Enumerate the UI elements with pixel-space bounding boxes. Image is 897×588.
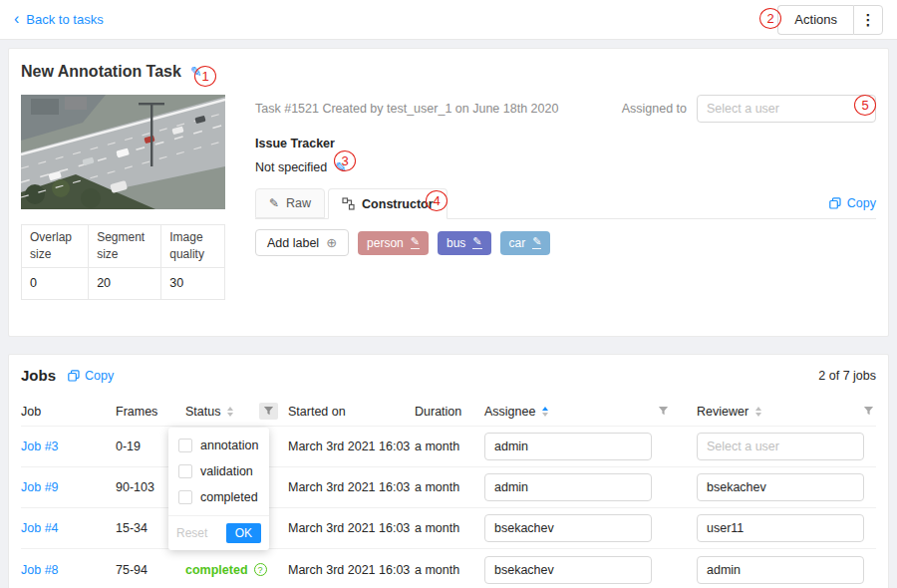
started-cell: March 3rd 2021 16:03 — [288, 563, 415, 577]
column-label: Reviewer — [697, 405, 748, 419]
plus-circle-icon: ⊕ — [326, 236, 337, 249]
param-value-quality: 30 — [161, 267, 225, 299]
column-header-assignee[interactable]: Assignee — [484, 405, 697, 419]
jobs-title: Jobs — [21, 367, 56, 384]
actions-menu-button[interactable]: ⋮ — [853, 5, 883, 35]
assignee-input[interactable] — [484, 514, 652, 542]
label-tag-bus[interactable]: bus ✎ — [438, 231, 491, 255]
annotation-marker-5: 5 — [854, 95, 876, 116]
started-cell: March 3rd 2021 16:03 — [288, 440, 415, 453]
labels-constructor-area: Add label ⊕ person ✎ bus ✎ car ✎ — [255, 229, 876, 256]
cvat-task-page: ‹ Back to tasks Actions ⋮ New Annotation… — [0, 0, 897, 588]
status-filter-dropdown: annotation validation completed Reset OK — [168, 428, 269, 550]
tab-constructor-label: Constructor — [362, 197, 434, 211]
param-header-quality: Image quality — [161, 225, 225, 268]
more-options-icon: ⋮ — [861, 11, 876, 29]
add-label-button[interactable]: Add label ⊕ — [255, 229, 349, 256]
reviewer-input[interactable] — [697, 556, 864, 584]
filter-option-label: completed — [200, 490, 258, 504]
column-label: Status — [185, 405, 220, 419]
reviewer-filter-icon[interactable] — [863, 406, 874, 417]
back-to-tasks-link[interactable]: ‹ Back to tasks — [14, 12, 104, 28]
column-label: Job — [21, 405, 41, 419]
assigned-to-group: Assigned to — [622, 95, 876, 123]
filter-option-annotation[interactable]: annotation — [168, 433, 269, 458]
label-tag-car[interactable]: car ✎ — [500, 231, 551, 255]
param-header-overlap: Overlap size — [22, 225, 89, 268]
started-cell: March 3rd 2021 16:03 — [288, 480, 415, 494]
task-assignee-input[interactable] — [697, 95, 876, 123]
job-link[interactable]: Job #8 — [21, 563, 59, 577]
param-header-segment: Segment size — [89, 225, 161, 268]
filter-option-validation[interactable]: validation — [168, 458, 269, 484]
status-filter-icon[interactable] — [259, 403, 278, 420]
task-params-table: Overlap size Segment size Image quality … — [21, 224, 225, 300]
copy-jobs-button[interactable]: Copy — [68, 369, 114, 383]
reviewer-input[interactable] — [697, 473, 864, 501]
column-label: Frames — [116, 405, 157, 419]
task-preview-image — [21, 95, 225, 209]
duration-cell: a month — [415, 480, 484, 494]
label-name: person — [367, 236, 404, 250]
reviewer-input[interactable] — [697, 433, 864, 460]
table-row: Job #9 90-103 March 3rd 2021 16:03 a mon… — [21, 467, 876, 508]
table-row: Job #3 0-19 March 3rd 2021 16:03 a month — [21, 427, 876, 467]
job-link[interactable]: Job #9 — [21, 480, 59, 494]
status-cell: completed ? — [185, 563, 288, 577]
task-meta-row: Task #1521 Created by test_user_1 on Jun… — [255, 95, 876, 123]
column-header-status[interactable]: Status — [185, 403, 288, 420]
frames-cell: 75-94 — [116, 563, 185, 577]
assignee-input[interactable] — [484, 433, 652, 460]
jobs-header: Jobs Copy 2 of 7 jobs — [21, 367, 876, 384]
task-title-row: New Annotation Task ✎ — [21, 63, 202, 81]
label-tag-person[interactable]: person ✎ — [358, 231, 429, 255]
checkbox[interactable] — [178, 464, 192, 478]
copy-icon — [829, 197, 841, 209]
assignee-input[interactable] — [484, 556, 652, 584]
sort-carets-icon[interactable] — [227, 407, 233, 417]
filter-option-label: annotation — [200, 439, 258, 452]
column-header-reviewer[interactable]: Reviewer — [697, 405, 876, 419]
job-link[interactable]: Job #4 — [21, 521, 59, 535]
edit-label-icon[interactable]: ✎ — [472, 236, 481, 249]
sort-carets-icon[interactable] — [755, 407, 761, 417]
filter-footer: Reset OK — [168, 515, 269, 550]
actions-button[interactable]: Actions — [777, 5, 853, 35]
edit-label-icon[interactable]: ✎ — [532, 236, 541, 249]
checkbox[interactable] — [178, 490, 192, 504]
status-text: completed — [185, 563, 248, 577]
column-header-job: Job — [21, 405, 116, 419]
checkbox[interactable] — [178, 439, 192, 452]
duration-cell: a month — [415, 521, 484, 535]
column-header-frames: Frames — [116, 405, 185, 419]
status-help-icon[interactable]: ? — [254, 563, 267, 576]
assignee-filter-icon[interactable] — [658, 406, 669, 417]
annotation-marker-3: 3 — [334, 150, 356, 171]
edit-label-icon[interactable]: ✎ — [411, 236, 420, 249]
reviewer-input[interactable] — [697, 514, 864, 542]
sort-carets-icon[interactable] — [542, 407, 548, 417]
started-cell: March 3rd 2021 16:03 — [288, 521, 415, 535]
issue-tracker-section: Issue Tracker Not specified ✎ — [255, 137, 347, 175]
copy-labels-button[interactable]: Copy — [829, 196, 876, 210]
jobs-table: Job Frames Status Started on Duration As… — [21, 397, 876, 588]
table-row: Job #8 75-94 completed ? March 3rd 2021 … — [21, 549, 876, 588]
pencil-icon: ✎ — [269, 196, 279, 210]
job-link[interactable]: Job #3 — [21, 440, 59, 453]
jobs-count: 2 of 7 jobs — [818, 369, 876, 383]
assignee-input[interactable] — [484, 473, 652, 501]
column-label: Started on — [288, 405, 346, 419]
filter-option-label: validation — [200, 464, 253, 478]
filter-option-completed[interactable]: completed — [168, 484, 269, 510]
label-name: bus — [447, 236, 465, 250]
task-meta: Task #1521 Created by test_user_1 on Jun… — [255, 102, 558, 116]
label-name: car — [509, 236, 526, 250]
issue-tracker-value: Not specified — [255, 160, 327, 174]
column-label: Duration — [415, 405, 461, 419]
filter-ok-button[interactable]: OK — [226, 523, 261, 543]
jobs-table-header: Job Frames Status Started on Duration As… — [21, 397, 876, 427]
tab-raw[interactable]: ✎ Raw — [255, 188, 325, 218]
filter-reset-button[interactable]: Reset — [176, 526, 207, 540]
assigned-to-label: Assigned to — [622, 102, 687, 116]
table-row: Job #4 15-34 March 3rd 2021 16:03 a mont… — [21, 508, 876, 549]
